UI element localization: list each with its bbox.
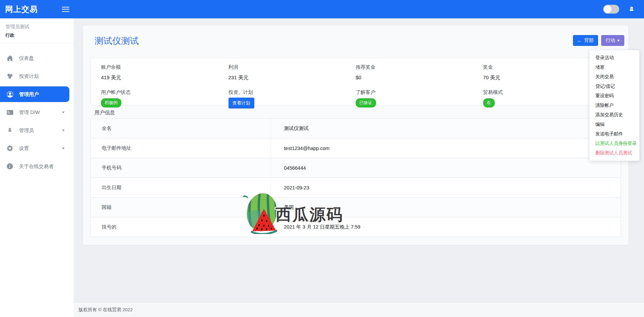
stat-cell: 用户帐户状态积极的: [101, 89, 228, 109]
dropdown-item[interactable]: 编辑: [590, 120, 639, 129]
app-brand: 网上交易: [0, 4, 58, 15]
stat-label: 了解客户: [356, 89, 483, 96]
info-row: 手机号码04566444: [91, 158, 621, 178]
info-row-value: 04566444: [284, 165, 306, 171]
status-badge: 已验证: [356, 98, 376, 107]
dropdown-item[interactable]: 贷记/借记: [590, 82, 639, 91]
sidebar-item-label: 管理员: [19, 127, 34, 134]
stat-value: 419 美元: [101, 74, 228, 81]
sidebar: 管理员测试 行政 仪表盘投资计划管理用户管理 D/W管理员设置关于在线交易者: [0, 18, 74, 317]
dropdown-item[interactable]: 关闭交易: [590, 72, 639, 82]
info-row: 电子邮件地址test1234@happ.com: [91, 138, 621, 158]
status-badge: 在: [483, 98, 495, 107]
stat-label: 利润: [228, 64, 356, 70]
account-stats-panel: 账户余额419 美元利润231 美元推荐奖金$0奖金70 美元用户帐户状态积极的…: [90, 58, 621, 105]
user-info-table: 全名测试仪测试电子邮件地址test1234@happ.com手机号码045664…: [90, 118, 621, 237]
copyright-text: 版权所有 © 在线贸易 2022: [79, 307, 133, 313]
caret-down-icon: [617, 40, 620, 41]
sidebar-item[interactable]: 设置: [0, 140, 74, 156]
chevron-down-icon: [62, 130, 65, 131]
info-row-value: test1234@happ.com: [284, 146, 329, 151]
sidebar-item-label: 管理用户: [19, 91, 39, 98]
info-row-label: 挂号的: [91, 217, 271, 237]
sidebar-user-role: 行政: [5, 32, 68, 38]
sidebar-item-label: 仪表盘: [19, 55, 34, 62]
stat-label: 用户帐户状态: [101, 89, 228, 96]
sidebar-nav: 仪表盘投资计划管理用户管理 D/W管理员设置关于在线交易者: [0, 50, 74, 174]
chevron-down-icon: [62, 112, 65, 113]
dropdown-item[interactable]: 以测试人员身份登录: [590, 139, 639, 148]
sidebar-item-label: 管理 D/W: [19, 109, 40, 116]
sidebar-user-name: 管理员测试: [5, 24, 68, 30]
info-row: 全名测试仪测试: [91, 119, 621, 138]
info-row-label: 手机号码: [91, 158, 271, 178]
sidebar-item[interactable]: 关于在线交易者: [0, 158, 74, 174]
sidebar-item[interactable]: 管理用户: [0, 86, 69, 102]
gear-icon: [6, 145, 13, 152]
info-row-value: 2021 年 3 月 12 日星期五晚上 7:59: [284, 224, 360, 230]
info-row: 出生日期2021-09-23: [91, 178, 621, 198]
sidebar-item[interactable]: 管理 D/W: [0, 104, 74, 120]
info-row-label: 出生日期: [91, 178, 271, 198]
dropdown-item[interactable]: 重设密码: [590, 91, 639, 101]
plans-icon: [6, 73, 13, 80]
action-button[interactable]: 行动: [601, 35, 624, 46]
user-circle-icon: [6, 91, 13, 98]
chevron-down-icon: [62, 148, 65, 149]
dropdown-item[interactable]: 清除帐户: [590, 101, 639, 110]
info-row-label: 国籍: [91, 198, 271, 217]
dropdown-item[interactable]: 删除测试人员测试: [590, 148, 639, 158]
dropdown-item[interactable]: 发送电子邮件: [590, 129, 639, 139]
stat-value: $0: [356, 74, 483, 80]
sidebar-item-label: 关于在线交易者: [19, 163, 54, 170]
sidebar-item[interactable]: 管理员: [0, 122, 74, 138]
info-row-value: 测试仪测试: [284, 126, 309, 131]
info-row: 国籍美国: [91, 198, 621, 217]
stat-cell: 了解客户已验证: [356, 89, 483, 109]
page-title: 测试仪测试: [95, 35, 139, 47]
stat-cell: 投资。计划查看计划: [228, 89, 356, 109]
dropdown-item[interactable]: 登录活动: [590, 53, 639, 63]
home-icon: [6, 55, 13, 62]
info-row-value: 美国: [284, 204, 294, 210]
view-plan-button[interactable]: 查看计划: [228, 98, 254, 109]
sidebar-item[interactable]: 投资计划: [0, 68, 74, 84]
back-arrow-icon: ←: [577, 38, 582, 43]
dropdown-item[interactable]: 堵塞: [590, 63, 639, 72]
action-dropdown-menu: 登录活动堵塞关闭交易贷记/借记重设密码清除帐户添加交易历史编辑发送电子邮件以测试…: [589, 50, 640, 161]
dropdown-item[interactable]: 添加交易历史: [590, 110, 639, 120]
info-section-title: 用户信息: [95, 110, 115, 116]
theme-toggle[interactable]: [603, 5, 619, 14]
info-row-label: 全名: [91, 119, 271, 138]
stat-cell: 利润231 美元: [228, 64, 356, 81]
stat-label: 投资。计划: [228, 89, 356, 96]
back-button[interactable]: ←背部: [573, 35, 598, 46]
info-row: 挂号的2021 年 3 月 12 日星期五晚上 7:59: [91, 217, 621, 237]
info-row-value: 2021-09-23: [284, 185, 309, 190]
footer: 版权所有 © 在线贸易 2022: [74, 302, 644, 317]
card-icon: [6, 109, 13, 116]
user-icon[interactable]: [628, 6, 635, 13]
stat-value: 231 美元: [228, 74, 356, 81]
info-icon: [6, 163, 13, 170]
user-detail-card: 测试仪测试 ←背部 行动 账户余额419 美元利润231 美元推荐奖金$0奖金7…: [83, 26, 628, 245]
sidebar-item-label: 设置: [19, 145, 29, 152]
top-navbar: 网上交易: [0, 0, 644, 18]
sidebar-item[interactable]: 仪表盘: [0, 50, 74, 66]
toggle-knob: [604, 5, 611, 13]
status-badge: 积极的: [101, 98, 121, 107]
stat-cell: 推荐奖金$0: [356, 64, 483, 81]
hamburger-icon[interactable]: [62, 7, 69, 12]
stat-cell: 账户余额419 美元: [101, 64, 228, 81]
stat-label: 推荐奖金: [356, 64, 483, 70]
info-row-label: 电子邮件地址: [91, 138, 271, 158]
person-icon: [6, 127, 13, 134]
sidebar-item-label: 投资计划: [19, 73, 39, 80]
stat-label: 账户余额: [101, 64, 228, 70]
